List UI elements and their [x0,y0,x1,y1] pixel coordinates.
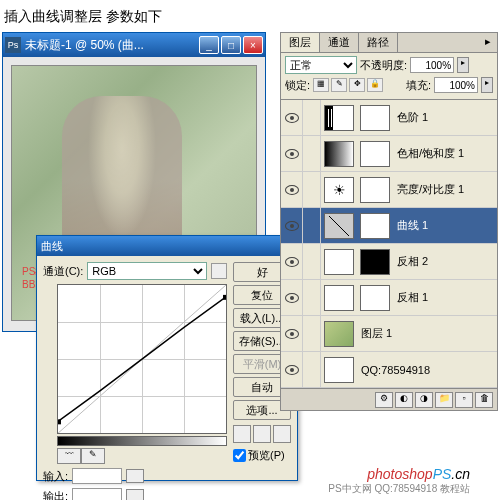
levels-thumb-icon [324,105,354,131]
opacity-label: 不透明度: [360,58,407,73]
document-titlebar[interactable]: Ps 未标题-1 @ 50% (曲... _ □ × [3,33,265,57]
svg-rect-1 [58,419,61,424]
visibility-icon[interactable] [285,185,299,195]
curves-thumb-icon [324,213,354,239]
svg-rect-2 [223,295,226,300]
layer-name: 色阶 1 [393,110,428,125]
layer-row[interactable]: 反相 1 [281,280,497,316]
document-title: 未标题-1 @ 50% (曲... [25,37,199,54]
tab-layers[interactable]: 图层 [281,33,320,52]
layer-name: 反相 2 [393,254,428,269]
opacity-arrow-icon[interactable]: ▸ [457,57,469,73]
image-thumb [324,321,354,347]
input-label: 输入: [43,469,68,484]
invert-thumb-icon [324,249,354,275]
link-col[interactable] [303,100,321,136]
curves-x-gradient [57,436,227,446]
curves-dialog: 曲线 通道(C): RGB [36,235,298,481]
expand-icon[interactable] [126,469,144,483]
fill-input[interactable] [434,77,478,93]
brightness-thumb-icon [324,177,354,203]
visibility-icon[interactable] [285,365,299,375]
collapse-icon[interactable] [126,489,144,500]
output-label: 输出: [43,489,68,501]
panel-footer: ⚙ ◐ ◑ 📁 ▫ 🗑 [281,388,497,410]
text-thumb [324,357,354,383]
channel-icon[interactable] [211,263,227,279]
lock-all-icon[interactable]: 🔒 [367,78,383,92]
lock-paint-icon[interactable]: ✎ [331,78,347,92]
layer-row[interactable]: QQ:78594918 [281,352,497,388]
tab-channels[interactable]: 通道 [320,33,359,52]
curve-grid[interactable] [57,284,227,434]
panel-menu-icon[interactable]: ▸ [479,33,497,52]
footer-subtext: PS中文网 QQ:78594918 教程站 [328,482,470,496]
fill-label: 填充: [406,78,431,93]
blend-mode-select[interactable]: 正常 [285,56,357,74]
channel-label: 通道(C): [43,264,83,279]
layer-row[interactable]: 亮度/对比度 1 [281,172,497,208]
link-col[interactable] [303,352,321,388]
fx-icon[interactable]: ⚙ [375,392,393,408]
app-icon: Ps [5,37,21,53]
layers-panel: 图层 通道 路径 ▸ 正常 不透明度: ▸ 锁定: ▦ ✎ ✥ 🔒 填充: ▸ [280,32,498,411]
visibility-icon[interactable] [285,149,299,159]
link-col[interactable] [303,208,321,244]
output-field[interactable] [72,488,122,500]
layer-row[interactable]: 曲线 1 [281,208,497,244]
mask-thumb [360,249,390,275]
link-col[interactable] [303,280,321,316]
mask-icon[interactable]: ◐ [395,392,413,408]
input-field[interactable] [72,468,122,484]
mask-thumb [360,105,390,131]
channel-select[interactable]: RGB [87,262,207,280]
opacity-input[interactable] [410,57,454,73]
layer-name: 曲线 1 [393,218,428,233]
layer-list: 色阶 1 色相/饱和度 1 亮度/对比度 1 曲线 1 [281,99,497,388]
preview-checkbox[interactable] [233,449,246,462]
trash-icon[interactable]: 🗑 [475,392,493,408]
layer-row[interactable]: 图层 1 [281,316,497,352]
visibility-icon[interactable] [285,293,299,303]
curve-tool-icon[interactable]: 〰 [57,448,81,464]
mask-thumb [360,141,390,167]
maximize-button[interactable]: □ [221,36,241,54]
new-layer-icon[interactable]: ▫ [455,392,473,408]
eyedropper-black-icon[interactable] [233,425,251,443]
lock-move-icon[interactable]: ✥ [349,78,365,92]
close-button[interactable]: × [243,36,263,54]
adjustment-icon[interactable]: ◑ [415,392,433,408]
visibility-icon[interactable] [285,221,299,231]
fill-arrow-icon[interactable]: ▸ [481,77,493,93]
dialog-title[interactable]: 曲线 [37,236,297,256]
layer-name: 亮度/对比度 1 [393,182,464,197]
layer-row[interactable]: 色阶 1 [281,100,497,136]
visibility-icon[interactable] [285,257,299,267]
lock-transparent-icon[interactable]: ▦ [313,78,329,92]
minimize-button[interactable]: _ [199,36,219,54]
eyedropper-gray-icon[interactable] [253,425,271,443]
preview-label: 预览(P) [248,448,285,463]
mask-thumb [360,177,390,203]
instruction-text: 插入曲线调整层 参数如下 [0,0,500,34]
brand-watermark: photoshopPS.cn [367,466,470,482]
eyedropper-white-icon[interactable] [273,425,291,443]
link-col[interactable] [303,244,321,280]
layer-name: 色相/饱和度 1 [393,146,464,161]
link-col[interactable] [303,136,321,172]
huesat-thumb-icon [324,141,354,167]
layer-row[interactable]: 反相 2 [281,244,497,280]
layer-row[interactable]: 色相/饱和度 1 [281,136,497,172]
curve-path-icon [58,285,226,433]
mask-thumb [360,285,390,311]
layer-name: 反相 1 [393,290,428,305]
tab-paths[interactable]: 路径 [359,33,398,52]
folder-icon[interactable]: 📁 [435,392,453,408]
link-col[interactable] [303,316,321,352]
link-col[interactable] [303,172,321,208]
layer-name: QQ:78594918 [357,364,430,376]
visibility-icon[interactable] [285,329,299,339]
layer-name: 图层 1 [357,326,392,341]
pencil-tool-icon[interactable]: ✎ [81,448,105,464]
visibility-icon[interactable] [285,113,299,123]
